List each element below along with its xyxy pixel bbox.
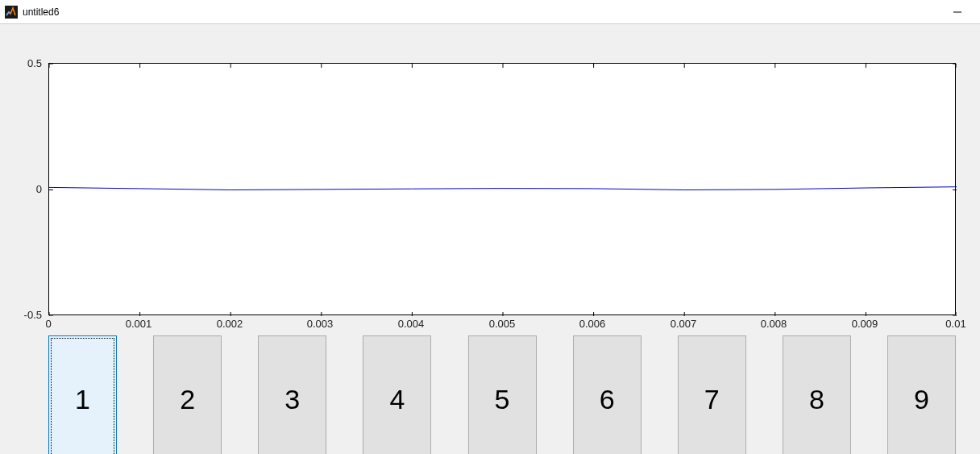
xtick-label: 0.002 [217, 318, 243, 330]
ytick-label: 0.5 [10, 57, 42, 69]
xtick-label: 0.004 [398, 318, 425, 330]
figure-body: 0.5 0 -0.5 0 0.001 0.002 0.003 0.004 0.0… [0, 24, 980, 454]
minimize-button[interactable] [939, 0, 975, 24]
digit-button-9[interactable]: 9 [887, 335, 956, 454]
xtick-label: 0.01 [945, 318, 965, 330]
digit-button-2[interactable]: 2 [153, 335, 222, 454]
ytick-label: -0.5 [10, 309, 42, 321]
xtick-label: 0.009 [852, 318, 878, 330]
matlab-icon [5, 6, 18, 19]
xtick-label: 0.008 [761, 318, 787, 330]
xtick-label: 0.006 [579, 318, 606, 330]
plot-canvas [49, 64, 957, 316]
xtick-label: 0.005 [489, 318, 516, 330]
xtick-label: 0.007 [671, 318, 697, 330]
digit-button-8[interactable]: 8 [783, 335, 851, 454]
digit-button-1[interactable]: 1 [48, 335, 117, 454]
digit-button-5[interactable]: 5 [468, 335, 537, 454]
button-row: 1 2 3 4 5 6 7 8 9 [48, 335, 956, 454]
digit-button-4[interactable]: 4 [363, 335, 431, 454]
digit-button-3[interactable]: 3 [258, 335, 326, 454]
xtick-label: 0 [45, 318, 51, 330]
ytick-label: 0 [10, 183, 42, 195]
plot-axes[interactable] [48, 63, 956, 315]
xtick-label: 0.003 [307, 318, 334, 330]
xtick-label: 0.001 [126, 318, 152, 330]
title-bar: untitled6 [0, 0, 980, 24]
window-title: untitled6 [23, 6, 939, 18]
digit-button-6[interactable]: 6 [573, 335, 642, 454]
digit-button-7[interactable]: 7 [678, 335, 746, 454]
